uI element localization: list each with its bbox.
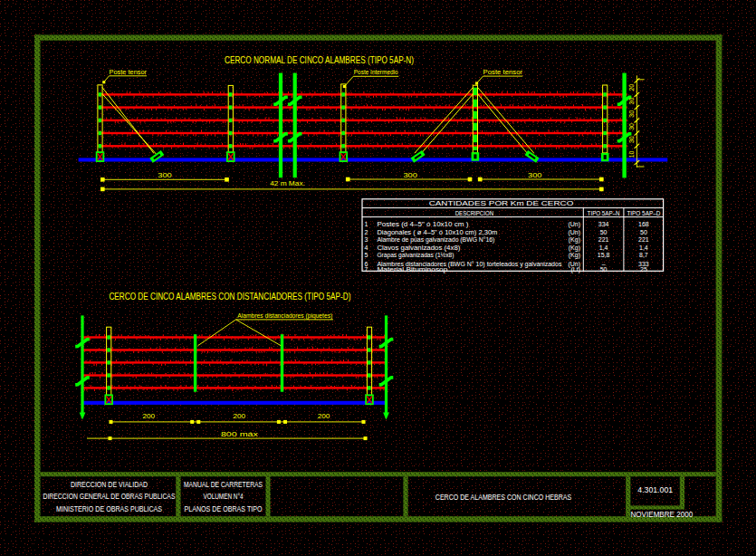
- svg-text:50: 50: [600, 266, 608, 273]
- svg-text:200: 200: [142, 413, 155, 419]
- svg-text:221: 221: [638, 236, 649, 243]
- svg-text:334: 334: [598, 221, 609, 227]
- svg-text:50: 50: [640, 229, 647, 235]
- svg-text:4: 4: [365, 244, 368, 251]
- svg-text:5: 5: [365, 252, 368, 258]
- svg-text:(Kg): (Kg): [569, 236, 580, 244]
- svg-text:Postes (d 4–5" ó 10x10 cm ): Postes (d 4–5" ó 10x10 cm ): [377, 221, 468, 228]
- svg-text:30: 30: [628, 110, 635, 118]
- svg-text:Diagonales ( ø 4–5" ó 10x10 cm: Diagonales ( ø 4–5" ó 10x10 cm) 2,30m: [377, 229, 497, 236]
- svg-text:Poste Intermedio: Poste Intermedio: [354, 69, 398, 75]
- svg-text:200: 200: [318, 413, 330, 419]
- svg-text:300: 300: [403, 172, 417, 178]
- svg-text:8,7: 8,7: [639, 252, 648, 258]
- svg-text:2: 2: [365, 229, 368, 235]
- svg-text:DESCRIPCION: DESCRIPCION: [455, 209, 494, 217]
- svg-text:42 m Max.: 42 m Max.: [270, 180, 305, 187]
- svg-text:VOLUMEN N°4: VOLUMEN N°4: [204, 492, 244, 501]
- svg-text:MINISTERIO DE OBRAS PUBLICA: MINISTERIO DE OBRAS PUBLICAS: [56, 504, 162, 513]
- svg-text:Poste tensor: Poste tensor: [483, 69, 523, 75]
- svg-text:Material Bituminosop: Material Bituminosop: [377, 266, 447, 273]
- svg-text:20: 20: [628, 84, 635, 91]
- svg-text:10: 10: [628, 150, 635, 158]
- svg-text:TIPO 5AP–D: TIPO 5AP–D: [627, 209, 660, 217]
- svg-text:30: 30: [628, 136, 635, 143]
- svg-text:CERCO DE CINCO ALAMBRES CON DI: CERCO DE CINCO ALAMBRES CON DISTANCIADOR…: [109, 292, 350, 302]
- svg-text:MANUAL DE CARRETERAS: MANUAL DE CARRETERAS: [184, 480, 263, 489]
- svg-text:CERCO NORMAL DE CINCO ALAMBRES: CERCO NORMAL DE CINCO ALAMBRES (TIPO 5AP…: [225, 55, 414, 65]
- svg-text:Alambre de púas galvanizado (B: Alambre de púas galvanizado (BWG N°16): [377, 236, 494, 244]
- svg-text:221: 221: [598, 236, 609, 243]
- svg-text:DIRECCION GENERAL DE OBRAS: DIRECCION GENERAL DE OBRAS PUBLICAS: [43, 492, 176, 501]
- svg-text:(Lt): (Lt): [571, 266, 581, 273]
- svg-text:800 máx: 800 máx: [221, 431, 259, 437]
- svg-text:4.301.001: 4.301.001: [637, 484, 673, 494]
- svg-text:15,8: 15,8: [598, 252, 610, 258]
- svg-text:168: 168: [638, 221, 649, 227]
- svg-text:1: 1: [365, 221, 368, 227]
- svg-text:(Un): (Un): [568, 229, 580, 236]
- svg-text:7: 7: [365, 266, 368, 273]
- svg-text:(Kg): (Kg): [569, 252, 580, 259]
- svg-text:PLANOS DE OBRAS TIPO: PLANOS DE OBRAS TIPO: [185, 504, 263, 513]
- svg-text:Grapas galvanizadas (1½x8): Grapas galvanizadas (1½x8): [377, 252, 454, 259]
- svg-text:1,4: 1,4: [639, 244, 648, 251]
- svg-text:CERCO DE ALAMBRES CON CINC: CERCO DE ALAMBRES CON CINCO HEBRAS: [435, 493, 572, 502]
- svg-text:300: 300: [528, 172, 542, 178]
- svg-text:200: 200: [234, 413, 246, 419]
- svg-text:Poste tensor: Poste tensor: [110, 69, 148, 75]
- svg-text:(Kg): (Kg): [569, 244, 580, 252]
- svg-text:3: 3: [365, 236, 368, 243]
- svg-text:CANTIDADES POR Km DE CERCO: CANTIDADES POR Km DE CERCO: [429, 199, 574, 207]
- svg-text:DIRECCION DE VIALIDAD: DIRECCION DE VIALIDAD: [71, 480, 148, 489]
- svg-text:Clavos galvanizados (4x8): Clavos galvanizados (4x8): [377, 244, 460, 252]
- svg-text:Alambres distanciadores (pique: Alambres distanciadores (piquetes): [237, 312, 332, 320]
- svg-text:300: 300: [158, 172, 172, 178]
- svg-text:30: 30: [628, 123, 635, 130]
- svg-text:(Un): (Un): [568, 221, 580, 228]
- svg-text:25: 25: [640, 266, 647, 273]
- svg-text:1,4: 1,4: [599, 244, 608, 251]
- svg-text:NOVIEMBRE 2000: NOVIEMBRE 2000: [631, 509, 694, 519]
- svg-text:30: 30: [628, 98, 635, 105]
- svg-text:50: 50: [600, 229, 608, 235]
- svg-text:TIPO 5AP–N: TIPO 5AP–N: [588, 209, 620, 217]
